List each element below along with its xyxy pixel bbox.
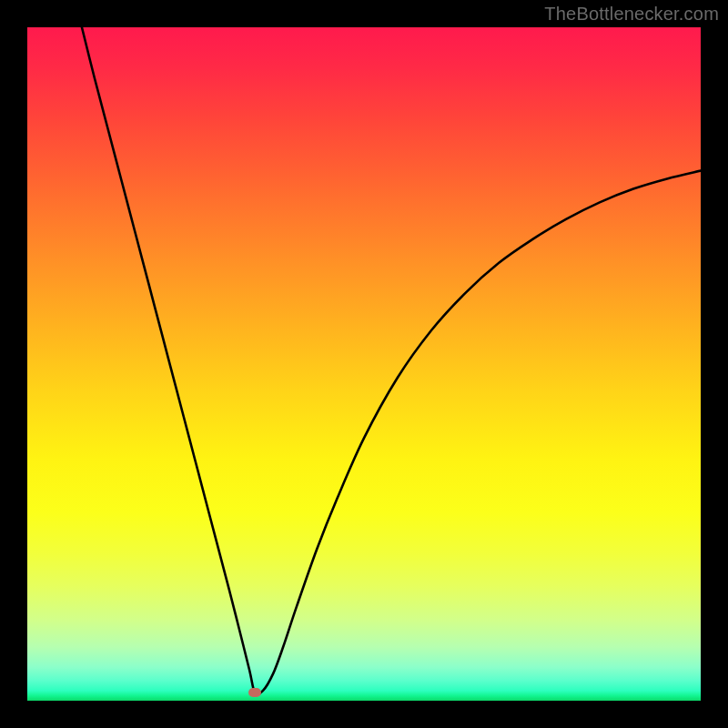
plot-area <box>27 27 701 701</box>
chart-frame: TheBottlenecker.com <box>0 0 728 728</box>
bottleneck-curve <box>27 27 701 701</box>
watermark-text: TheBottlenecker.com <box>544 4 719 25</box>
optimal-point-marker <box>248 688 261 697</box>
